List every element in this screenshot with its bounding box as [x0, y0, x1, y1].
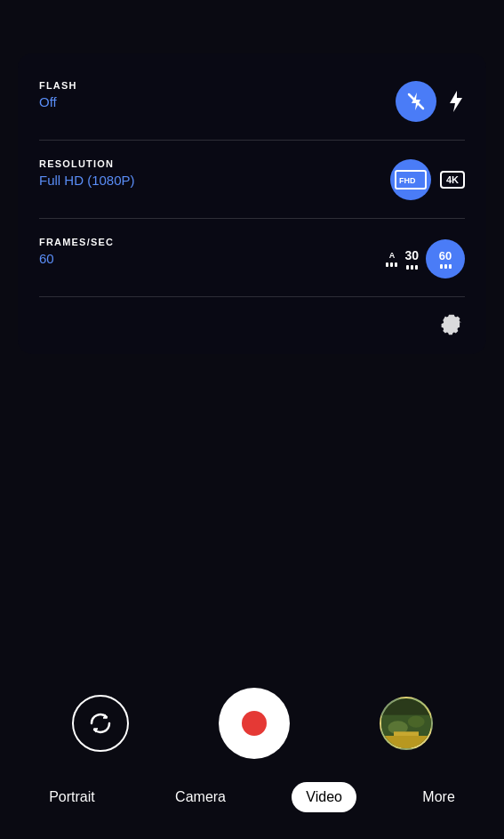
auto-dots	[386, 262, 397, 267]
flip-camera-button[interactable]	[72, 695, 129, 752]
bottom-controls: Portrait Camera Video More	[0, 670, 504, 839]
camera-actions	[0, 670, 504, 773]
divider-1	[39, 140, 465, 141]
svg-rect-10	[381, 736, 431, 748]
gear-row	[39, 306, 465, 336]
flash-off-button[interactable]	[396, 81, 436, 122]
frames-30-dots	[406, 265, 418, 270]
svg-point-8	[407, 716, 424, 728]
flash-controls	[39, 81, 465, 122]
mode-tab-video[interactable]: Video	[292, 782, 356, 812]
auto-label: A	[389, 251, 396, 260]
flash-off-icon	[405, 91, 427, 112]
frames-setting-row: FRAMES/SEC 60 A 30 60	[39, 228, 465, 287]
record-indicator	[242, 711, 267, 736]
frames-60-dots	[440, 264, 452, 269]
flash-setting-row: FLASH Off	[39, 71, 465, 131]
gallery-thumbnail	[381, 697, 431, 750]
flip-camera-icon	[86, 709, 115, 738]
mode-tab-portrait[interactable]: Portrait	[35, 782, 109, 812]
resolution-setting-row: RESOLUTION Full HD (1080P) FHD 4K	[39, 149, 465, 209]
settings-gear-button[interactable]	[438, 310, 465, 336]
frames-auto-button[interactable]: A	[386, 251, 397, 267]
frames-30-button[interactable]: 30	[404, 248, 419, 270]
flash-on-button[interactable]	[445, 92, 465, 111]
svg-text:FHD: FHD	[399, 176, 416, 185]
record-button[interactable]	[219, 688, 290, 759]
mode-tab-more[interactable]: More	[408, 782, 468, 812]
divider-2	[39, 218, 465, 219]
gallery-button[interactable]	[380, 697, 433, 750]
fhd-icon: FHD	[395, 170, 427, 190]
4k-button[interactable]: 4K	[440, 171, 465, 189]
divider-3	[39, 296, 465, 297]
frames-60-label: 60	[439, 249, 452, 262]
svg-marker-2	[450, 91, 462, 112]
frames-60-button[interactable]: 60	[426, 239, 465, 278]
flash-on-icon	[445, 89, 465, 114]
mode-tabs: Portrait Camera Video More	[0, 773, 504, 839]
settings-panel: FLASH Off RESOLUTION Full HD (1080P)	[18, 53, 486, 354]
frames-30-label: 30	[404, 248, 419, 262]
mode-tab-camera[interactable]: Camera	[161, 782, 240, 812]
fhd-button[interactable]: FHD	[390, 159, 431, 200]
gear-icon	[438, 310, 465, 336]
